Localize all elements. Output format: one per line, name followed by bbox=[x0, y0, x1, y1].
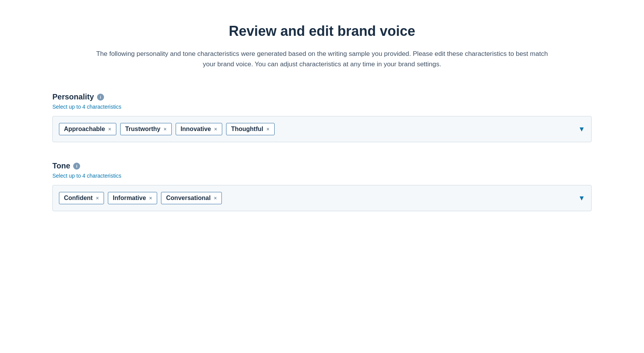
tag-informative-label: Informative bbox=[113, 195, 146, 202]
tone-section-header: Tone i bbox=[52, 161, 592, 170]
tag-conversational-label: Conversational bbox=[166, 195, 211, 202]
tone-dropdown-arrow[interactable]: ▼ bbox=[574, 194, 585, 202]
personality-info-icon[interactable]: i bbox=[97, 94, 104, 101]
tone-section: Tone i Select up to 4 characteristics Co… bbox=[52, 161, 592, 211]
personality-section-header: Personality i bbox=[52, 92, 592, 101]
tag-informative: Informative × bbox=[108, 192, 157, 204]
tag-confident: Confident × bbox=[59, 192, 104, 204]
personality-subtitle: Select up to 4 characteristics bbox=[52, 104, 592, 110]
tag-thoughtful: Thoughtful × bbox=[226, 123, 275, 135]
tag-confident-remove[interactable]: × bbox=[96, 195, 99, 201]
tone-info-icon[interactable]: i bbox=[73, 163, 80, 170]
tag-thoughtful-remove[interactable]: × bbox=[266, 126, 269, 132]
personality-multiselect[interactable]: Approachable × Trustworthy × Innovative … bbox=[52, 116, 592, 142]
tone-subtitle: Select up to 4 characteristics bbox=[52, 173, 592, 179]
tone-section-title: Tone bbox=[52, 161, 70, 170]
personality-tags-container: Approachable × Trustworthy × Innovative … bbox=[59, 123, 574, 135]
tag-informative-remove[interactable]: × bbox=[149, 195, 152, 201]
tag-trustworthy-label: Trustworthy bbox=[125, 126, 161, 133]
tag-innovative: Innovative × bbox=[176, 123, 222, 135]
tag-innovative-remove[interactable]: × bbox=[214, 126, 217, 132]
tag-thoughtful-label: Thoughtful bbox=[231, 126, 263, 133]
tag-trustworthy-remove[interactable]: × bbox=[163, 126, 166, 132]
tag-trustworthy: Trustworthy × bbox=[120, 123, 172, 135]
tone-tags-container: Confident × Informative × Conversational… bbox=[59, 192, 574, 204]
tag-conversational-remove[interactable]: × bbox=[214, 195, 217, 201]
tag-approachable: Approachable × bbox=[59, 123, 116, 135]
personality-section-title: Personality bbox=[52, 92, 94, 101]
personality-section: Personality i Select up to 4 characteris… bbox=[52, 92, 592, 142]
tag-conversational: Conversational × bbox=[161, 192, 222, 204]
personality-dropdown-arrow[interactable]: ▼ bbox=[574, 125, 585, 133]
tag-innovative-label: Innovative bbox=[181, 126, 211, 133]
tag-approachable-label: Approachable bbox=[64, 126, 105, 133]
page-container: Review and edit brand voice The followin… bbox=[52, 23, 592, 330]
page-title: Review and edit brand voice bbox=[52, 23, 592, 39]
tag-approachable-remove[interactable]: × bbox=[108, 126, 111, 132]
tag-confident-label: Confident bbox=[64, 195, 93, 202]
page-description: The following personality and tone chara… bbox=[91, 49, 553, 69]
tone-multiselect[interactable]: Confident × Informative × Conversational… bbox=[52, 185, 592, 211]
